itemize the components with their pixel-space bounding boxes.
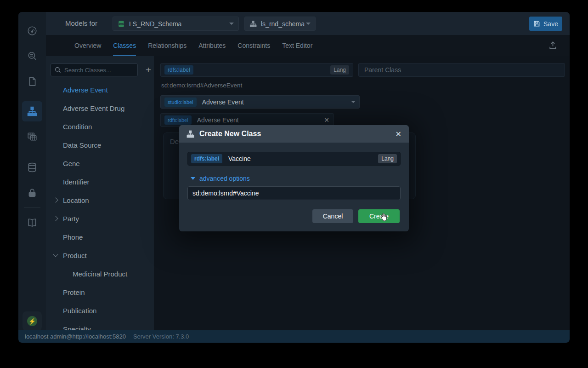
class-item-product[interactable]: Product (46, 246, 154, 264)
bolt-icon: ⚡ (27, 316, 37, 326)
lock-icon[interactable] (27, 188, 37, 198)
status-bar: localhost admin@http://localhost:5820 Se… (18, 330, 570, 343)
advanced-options-toggle[interactable]: advanced options (191, 175, 250, 182)
tab-attributes[interactable]: Attributes (198, 35, 226, 56)
tab-classes[interactable]: Classes (113, 35, 136, 56)
class-item-phone[interactable]: Phone (46, 228, 154, 246)
connection-status: localhost admin@http://localhost:5820 (25, 333, 126, 340)
models-tree-icon[interactable] (27, 106, 37, 116)
rdfs-label-value: Adverse Event (197, 116, 239, 124)
class-item-location[interactable]: Location (46, 191, 154, 209)
class-item-publication[interactable]: Publication (46, 301, 154, 320)
rdfs-label-field[interactable]: rdfs:label Lang (160, 63, 353, 77)
class-item-protein[interactable]: Protein (46, 283, 154, 301)
models-tree-icon (187, 130, 194, 138)
schema-dropdown[interactable]: LS_RND_Schema (113, 17, 239, 31)
class-item-condition[interactable]: Condition (46, 117, 154, 136)
class-item-label: Product (63, 252, 87, 259)
tab-bar: Overview Classes Relationships Attribute… (46, 35, 570, 56)
book-icon[interactable] (27, 218, 37, 228)
lang-badge[interactable]: Lang (378, 154, 397, 163)
search-icon (55, 67, 61, 73)
chevron-right-icon[interactable] (53, 216, 58, 221)
chevron-down-icon (306, 23, 311, 25)
class-item-medicinal-product[interactable]: Medicinal Product (46, 264, 154, 283)
new-class-label-field[interactable]: rdfs:label Vaccine Lang (187, 152, 401, 166)
save-button[interactable]: Save (529, 17, 562, 31)
rdfs-label-badge: rdfs:label (164, 65, 193, 75)
chevron-down-icon (351, 101, 356, 103)
status-tile[interactable]: ⚡ (23, 311, 42, 331)
class-item-label: Party (63, 215, 79, 223)
remove-label-icon[interactable]: ✕ (324, 116, 329, 124)
tab-relationships[interactable]: Relationships (148, 35, 187, 56)
lang-badge[interactable]: Lang (330, 65, 349, 75)
create-button[interactable]: Create (358, 209, 400, 223)
search-classes-box[interactable] (51, 63, 138, 76)
database-dropdown-value: ls_rnd_schema (261, 20, 305, 28)
class-iri-text: sd:demo:lsrnd#AdverseEvent (161, 82, 242, 89)
virtual-tables-icon[interactable] (27, 132, 37, 142)
chevron-down-icon[interactable] (53, 252, 58, 257)
advanced-options-label: advanced options (199, 175, 250, 182)
search-classes-input[interactable] (64, 67, 129, 74)
new-class-label-value: Vaccine (228, 155, 251, 162)
chevron-right-icon[interactable] (53, 197, 58, 202)
file-icon[interactable] (27, 76, 37, 86)
rdfs-label-badge: rdfs:label (164, 115, 192, 125)
sidebar-divider (24, 95, 40, 95)
class-panel: + Adverse Event Adverse Event Drug Condi… (46, 56, 154, 330)
sidebar-divider (24, 207, 40, 207)
class-item-label: Location (63, 196, 89, 204)
class-item-data-source[interactable]: Data Source (46, 136, 154, 154)
new-class-iri-input[interactable] (187, 186, 401, 200)
cancel-button[interactable]: Cancel (312, 209, 353, 223)
tab-overview[interactable]: Overview (74, 35, 101, 56)
chevron-down-icon (229, 23, 234, 25)
close-icon[interactable]: ✕ (396, 130, 401, 138)
class-item-party[interactable]: Party (46, 209, 154, 228)
search-notes-icon[interactable] (27, 51, 37, 61)
sidebar: ⚡ (18, 12, 46, 330)
schema-dropdown-value: LS_RND_Schema (129, 20, 181, 28)
modal-title: Create New Class (199, 130, 261, 138)
server-version: Server Version: 7.3.0 (133, 333, 189, 340)
chevron-down-icon (191, 177, 195, 180)
export-icon[interactable] (548, 40, 558, 50)
class-item-adverse-event[interactable]: Adverse Event (46, 80, 154, 99)
models-for-label: Models for (65, 19, 97, 27)
class-list: Adverse Event Adverse Event Drug Conditi… (46, 80, 154, 330)
studio-label-badge: studio:label (164, 98, 197, 107)
modal-header: Create New Class ✕ (179, 125, 409, 143)
class-item-adverse-event-drug[interactable]: Adverse Event Drug (46, 99, 154, 117)
parent-class-field[interactable]: Parent Class (358, 63, 565, 77)
dashboard-icon[interactable] (27, 26, 37, 36)
class-item-identifier[interactable]: Identifier (46, 172, 154, 191)
add-class-button[interactable]: + (143, 64, 154, 75)
database-icon[interactable] (27, 162, 37, 172)
database-icon (118, 20, 125, 28)
class-item-gene[interactable]: Gene (46, 154, 154, 172)
studio-label-value: Adverse Event (202, 98, 244, 106)
top-header: Models for LS_RND_Schema ls_rnd_schema S… (46, 12, 570, 35)
rdfs-label-badge: rdfs:label (191, 154, 222, 163)
save-button-label: Save (543, 20, 558, 28)
tab-text-editor[interactable]: Text Editor (282, 35, 312, 56)
tab-constraints[interactable]: Constraints (237, 35, 270, 56)
studio-label-dropdown[interactable]: studio:label Adverse Event (160, 95, 360, 109)
class-item-specialty[interactable]: Specialty (46, 320, 154, 330)
save-icon (533, 20, 540, 27)
model-tree-icon (249, 20, 257, 28)
create-new-class-modal: Create New Class ✕ rdfs:label Vaccine La… (179, 125, 409, 231)
parent-class-placeholder: Parent Class (362, 66, 401, 74)
database-dropdown[interactable]: ls_rnd_schema (244, 17, 316, 31)
